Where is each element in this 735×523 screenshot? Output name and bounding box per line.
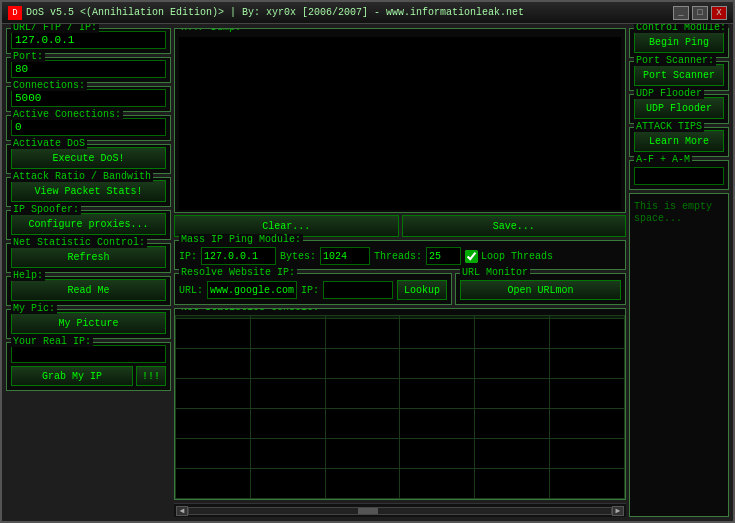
scroll-left-arrow[interactable]: ◀ xyxy=(176,506,188,516)
connections-input[interactable] xyxy=(11,89,166,107)
url-ftp-label: URL/ FTP / IP: xyxy=(11,24,99,33)
configure-proxies-button[interactable]: Configure proxies... xyxy=(11,213,166,235)
my-pic-label: My Pic: xyxy=(11,303,57,314)
resolve-label: Resolve Website IP: xyxy=(179,267,297,278)
horizontal-scrollbar[interactable]: ◀ ▶ xyxy=(174,503,626,517)
attack-tips-group: ATTACK TIPS Learn More xyxy=(629,127,729,157)
scroll-right-arrow[interactable]: ▶ xyxy=(612,506,624,516)
mid-row2: Resolve Website IP: URL: IP: Lookup URL … xyxy=(174,273,626,305)
your-real-ip-label: Your Real IP: xyxy=(11,336,93,347)
loop-threads-label: Loop Threads xyxy=(481,251,553,262)
help-group: Help: Read Me xyxy=(6,276,171,306)
af-am-input[interactable] xyxy=(634,167,724,185)
connections-label: Connections: xyxy=(11,80,87,91)
table-row xyxy=(176,409,625,439)
udp-flooder-group: UDP Flooder UDP Flooder xyxy=(629,94,729,124)
loop-threads-wrap: Loop Threads xyxy=(465,250,553,263)
title-bar-text: DoS v5.5 <(Annihilation Edition)> | By: … xyxy=(26,7,673,18)
net-statistic-group: Net Statistic Control: Refresh xyxy=(6,243,171,273)
table-row xyxy=(176,349,625,379)
attack-tips-label: ATTACK TIPS xyxy=(634,121,704,132)
bytes-input[interactable] xyxy=(320,247,370,265)
table-row xyxy=(176,379,625,409)
attack-ratio-label: Attack Ratio / Bandwith xyxy=(11,171,153,182)
middle-column: HTTP Dump: Clear... Save... Mass IP Ping… xyxy=(174,28,626,517)
main-content: URL/ FTP / IP: Port: Connections: Active… xyxy=(2,24,733,521)
table-row xyxy=(176,319,625,349)
stats-table xyxy=(175,315,625,499)
my-pic-group: My Pic: My Picture xyxy=(6,309,171,339)
right-column: Control Module: Begin Ping Port Scanner:… xyxy=(629,28,729,517)
port-label: Port: xyxy=(11,51,45,62)
resolve-website-group: Resolve Website IP: URL: IP: Lookup xyxy=(174,273,452,305)
http-dump-textarea[interactable] xyxy=(179,37,621,210)
grab-my-ip-button[interactable]: Grab My IP xyxy=(11,366,133,386)
window-icon: D xyxy=(8,6,22,20)
net-stats-console-group: Net Statistics Console: xyxy=(174,308,626,500)
af-am-group: A-F + A-M xyxy=(629,160,729,190)
resolve-ip-input[interactable] xyxy=(323,281,393,299)
table-row xyxy=(176,469,625,499)
your-real-ip-group: Your Real IP: Grab My IP !!! xyxy=(6,342,171,391)
maximize-button[interactable]: □ xyxy=(692,6,708,20)
scrollbar-track[interactable] xyxy=(188,507,612,515)
title-bar-controls: _ □ X xyxy=(673,6,727,20)
empty-space-text: This is empty space... xyxy=(634,201,712,224)
begin-ping-button[interactable]: Begin Ping xyxy=(634,31,724,53)
threads-label: Threads: xyxy=(374,251,422,262)
resolve-url-label: URL: xyxy=(179,285,203,296)
port-input[interactable] xyxy=(11,60,166,78)
url-monitor-label: URL Monitor xyxy=(460,267,530,278)
resolve-url-input[interactable] xyxy=(207,281,297,299)
ip-spoofer-label: IP Spoofer: xyxy=(11,204,81,215)
active-connections-label: Active Conections: xyxy=(11,109,123,120)
real-ip-input[interactable] xyxy=(11,345,166,363)
activate-dos-label: Activate DoS xyxy=(11,138,87,149)
middle-bottom: Net Statistics Console: xyxy=(174,308,626,517)
http-dump-label: HTTP Dump: xyxy=(179,28,243,33)
empty-space-group: This is empty space... xyxy=(629,193,729,517)
read-me-button[interactable]: Read Me xyxy=(11,279,166,301)
mass-ping-row: IP: Bytes: Threads: Loop Threads xyxy=(179,247,621,265)
my-picture-button[interactable]: My Picture xyxy=(11,312,166,334)
resolve-row: URL: IP: Lookup xyxy=(179,280,447,300)
resolve-ip-label: IP: xyxy=(301,285,319,296)
save-button[interactable]: Save... xyxy=(402,215,627,237)
port-scanner-button[interactable]: Port Scanner xyxy=(634,64,724,86)
mass-ip-ping-group: Mass IP Ping Module: IP: Bytes: Threads:… xyxy=(174,240,626,270)
minimize-button[interactable]: _ xyxy=(673,6,689,20)
url-monitor-group: URL Monitor Open URLmon xyxy=(455,273,626,305)
main-window: D DoS v5.5 <(Annihilation Edition)> | By… xyxy=(0,0,735,523)
url-ftp-input[interactable] xyxy=(11,31,166,49)
scrollbar-thumb[interactable] xyxy=(358,508,378,514)
lookup-button[interactable]: Lookup xyxy=(397,280,447,300)
open-urlmon-button[interactable]: Open URLmon xyxy=(460,280,621,300)
mass-ip-ping-label: Mass IP Ping Module: xyxy=(179,234,303,245)
execute-dos-button[interactable]: Execute DoS! xyxy=(11,147,166,169)
port-scanner-group: Port Scanner: Port Scanner xyxy=(629,61,729,91)
help-label: Help: xyxy=(11,270,45,281)
bytes-label: Bytes: xyxy=(280,251,316,262)
net-stats-console-label: Net Statistics Console: xyxy=(179,308,321,313)
ip-label: IP: xyxy=(179,251,197,262)
left-column: URL/ FTP / IP: Port: Connections: Active… xyxy=(6,28,171,517)
view-packet-stats-button[interactable]: View Packet Stats! xyxy=(11,180,166,202)
http-dump-group: HTTP Dump: xyxy=(174,28,626,213)
learn-more-button[interactable]: Learn More xyxy=(634,130,724,152)
udp-flooder-button[interactable]: UDP Flooder xyxy=(634,97,724,119)
udp-flooder-label: UDP Flooder xyxy=(634,88,704,99)
port-scanner-label: Port Scanner: xyxy=(634,55,716,66)
threads-input[interactable] xyxy=(426,247,461,265)
close-button[interactable]: X xyxy=(711,6,727,20)
ip-spoofer-group: IP Spoofer: Configure proxies... xyxy=(6,210,171,240)
extra-button[interactable]: !!! xyxy=(136,366,166,386)
control-module-label: Control Module: xyxy=(634,24,728,33)
mass-ping-ip-input[interactable] xyxy=(201,247,276,265)
title-bar: D DoS v5.5 <(Annihilation Edition)> | By… xyxy=(2,2,733,24)
loop-threads-checkbox[interactable] xyxy=(465,250,478,263)
control-module-group: Control Module: Begin Ping xyxy=(629,28,729,58)
table-row xyxy=(176,439,625,469)
refresh-button[interactable]: Refresh xyxy=(11,246,166,268)
activate-dos-group: Activate DoS Execute DoS! xyxy=(6,144,171,174)
active-connections-input[interactable] xyxy=(11,118,166,136)
